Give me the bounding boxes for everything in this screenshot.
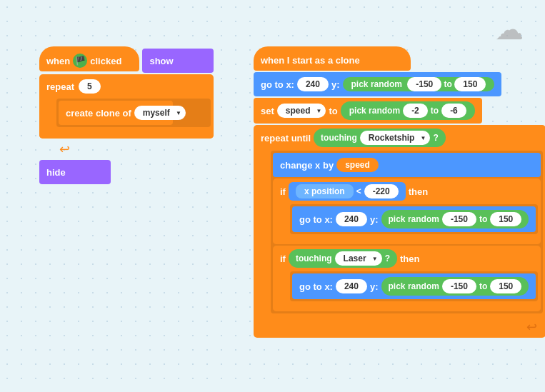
x-position-label: x position (296, 184, 354, 198)
speed-var-dropdown[interactable]: speed (277, 104, 326, 118)
repeat-arrow-icon: ↩ (59, 141, 214, 157)
goto-y-label-3: y: (370, 281, 379, 292)
goto-x-label-1: go to x: (261, 79, 294, 90)
goto-xy-3-block[interactable]: go to x: 240 y: pick random -150 to 150 (292, 273, 536, 299)
to-label-3: to (479, 214, 487, 224)
repeat-times[interactable]: 5 (79, 79, 101, 94)
when-clone-block[interactable]: when I start as a clone (254, 46, 411, 71)
then-label-1: then (409, 186, 428, 197)
show-block[interactable]: show (142, 49, 214, 73)
to-label-1: to (444, 79, 452, 89)
to-label-speed: to (329, 106, 337, 116)
change-x-label: change x by (280, 160, 334, 171)
set-label: set (261, 106, 274, 116)
pick-random-label-2: pick random (349, 106, 400, 116)
goto-x-label-2: go to x: (299, 214, 333, 225)
goto-x-val-3[interactable]: 240 (336, 279, 367, 293)
change-x-block[interactable]: change x by speed (273, 153, 541, 177)
lt-operator: < (356, 186, 361, 196)
touching-laser-pill[interactable]: touching Laser ? (289, 249, 397, 268)
pick-random-block-1[interactable]: pick random -150 to 150 (343, 77, 495, 91)
hide-block[interactable]: hide (39, 160, 111, 184)
hide-label: hide (46, 167, 66, 178)
repeat-label: repeat (46, 81, 74, 92)
if-block-2[interactable]: if touching Laser ? then go to x: 240 (273, 246, 541, 311)
create-clone-label: create clone of (66, 108, 131, 119)
if-block-1[interactable]: if x position < -220 then go to x: (273, 179, 541, 244)
to-label-2: to (431, 106, 439, 116)
pick-random-block-2[interactable]: pick random -2 to -6 (341, 101, 475, 120)
goto-y-label-1: y: (331, 79, 340, 90)
touching-label-1: touching (321, 133, 357, 143)
when-flag-clicked-block[interactable]: when 🏴 clicked (39, 46, 139, 71)
pick-random-2-container[interactable]: pick random -150 to 150 (381, 210, 529, 228)
goto-xy-1-block[interactable]: go to x: 240 y: pick random -150 to 150 (254, 72, 501, 96)
random-from-3[interactable]: -150 (442, 212, 476, 226)
goto-x-label-3: go to x: (299, 281, 333, 292)
repeat-until-block[interactable]: repeat until touching Rocketship ? chang… (254, 125, 545, 338)
rocketship-dropdown[interactable]: Rocketship (360, 131, 431, 145)
random-from-4[interactable]: -150 (442, 279, 476, 293)
clicked-label: clicked (90, 56, 121, 66)
goto-x-val-2[interactable]: 240 (336, 212, 367, 226)
left-stack: when 🏴 clicked show repeat 5 create clon… (39, 46, 214, 184)
to-label-4: to (479, 281, 487, 291)
random-to-3[interactable]: 150 (490, 212, 521, 226)
when-label: when (46, 56, 70, 66)
neg220-val[interactable]: -220 (364, 184, 399, 198)
q1: ? (433, 133, 438, 143)
set-speed-block[interactable]: set speed to pick random -2 to -6 (254, 98, 482, 124)
speed-value[interactable]: speed (336, 158, 379, 172)
goto-y-label-2: y: (370, 214, 379, 225)
when-clone-label: when I start as a clone (261, 55, 360, 66)
laser-dropdown[interactable]: Laser (335, 251, 382, 266)
if-label-1: if (280, 186, 286, 197)
show-label: show (149, 56, 173, 66)
pick-random-label-4: pick random (389, 281, 439, 291)
random-to-2[interactable]: -6 (441, 104, 466, 118)
random-to-4[interactable]: 150 (490, 279, 521, 293)
random-to-1[interactable]: 150 (454, 77, 486, 91)
pick-random-3-container[interactable]: pick random -150 to 150 (381, 277, 529, 296)
touching-label-2: touching (296, 253, 332, 263)
goto-xy-2-block[interactable]: go to x: 240 y: pick random -150 to 150 (292, 206, 536, 232)
then-label-2: then (400, 253, 419, 264)
if-label-2: if (280, 253, 286, 264)
repeat-block[interactable]: repeat 5 create clone of myself (39, 74, 214, 139)
cloud-icon: ☁ (495, 13, 524, 46)
repeat-until-label: repeat until (261, 133, 311, 144)
goto-x-val-1[interactable]: 240 (297, 77, 329, 91)
right-stack: when I start as a clone go to x: 240 y: … (254, 46, 545, 339)
random-from-2[interactable]: -2 (403, 104, 428, 118)
flag-icon: 🏴 (73, 54, 87, 68)
pick-random-label-3: pick random (389, 214, 439, 224)
create-clone-block[interactable]: create clone of myself (59, 101, 173, 125)
myself-dropdown[interactable]: myself (134, 106, 186, 120)
random-from-1[interactable]: -150 (407, 77, 441, 91)
pick-random-label-1: pick random (351, 79, 402, 89)
workspace: ☁ when 🏴 clicked show repeat 5 create cl… (0, 0, 545, 392)
q2: ? (385, 253, 390, 263)
